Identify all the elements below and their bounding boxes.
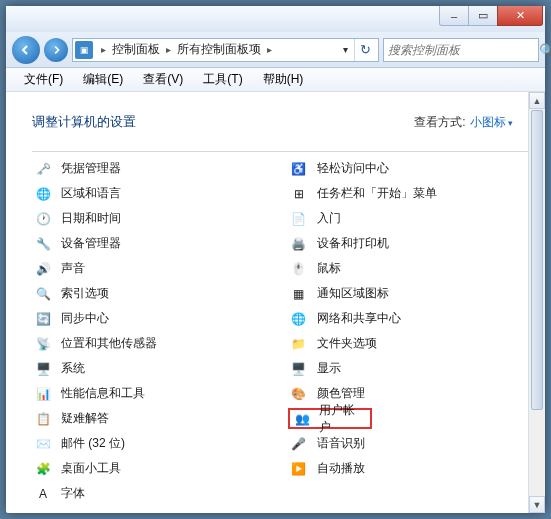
menu-tools[interactable]: 工具(T)	[195, 69, 250, 90]
item-speech-recognition[interactable]: 🎤语音识别	[288, 431, 538, 456]
breadcrumb-sep: ▸	[97, 44, 110, 55]
location-sensors-icon: 📡	[34, 335, 52, 353]
item-device-manager[interactable]: 🔧设备管理器	[32, 231, 282, 256]
item-performance-info[interactable]: 📊性能信息和工具	[32, 381, 282, 406]
item-indexing-options[interactable]: 🔍索引选项	[32, 281, 282, 306]
menu-help[interactable]: 帮助(H)	[255, 69, 312, 90]
search-box[interactable]: 🔍	[383, 38, 539, 62]
date-time-icon: 🕐	[34, 210, 52, 228]
item-label: 网络和共享中心	[317, 310, 401, 327]
item-troubleshooting[interactable]: 📋疑难解答	[32, 406, 282, 431]
forward-button[interactable]	[44, 38, 68, 62]
network-sharing-icon: 🌐	[290, 310, 308, 328]
control-panel-icon: ▣	[75, 41, 93, 59]
item-system[interactable]: 🖥️系统	[32, 356, 282, 381]
breadcrumb-sep: ▸	[162, 44, 175, 55]
address-bar[interactable]: ▣ ▸ 控制面板 ▸ 所有控制面板项 ▸ ▾ ↻	[72, 38, 379, 62]
view-label: 查看方式:	[414, 115, 465, 129]
search-icon[interactable]: 🔍	[539, 43, 551, 57]
item-label: 桌面小工具	[61, 460, 121, 477]
titlebar: – ▭ ✕	[6, 6, 545, 32]
item-label: 鼠标	[317, 260, 341, 277]
page-title: 调整计算机的设置	[32, 113, 136, 131]
close-button[interactable]: ✕	[497, 6, 543, 26]
main-panel: 调整计算机的设置 查看方式: 小图标▾ 🗝️凭据管理器🌐区域和语言🕐日期和时间🔧…	[6, 92, 545, 513]
folder-options-icon: 📁	[290, 335, 308, 353]
highlighted-item[interactable]: 👥用户帐户	[288, 408, 372, 429]
minimize-button[interactable]: –	[439, 6, 469, 26]
breadcrumb-1[interactable]: 控制面板	[110, 41, 162, 58]
content-area: 调整计算机的设置 查看方式: 小图标▾ 🗝️凭据管理器🌐区域和语言🕐日期和时间🔧…	[6, 92, 545, 513]
taskbar-start-icon: ⊞	[290, 185, 308, 203]
performance-info-icon: 📊	[34, 385, 52, 403]
mouse-icon: 🖱️	[290, 260, 308, 278]
scroll-thumb[interactable]	[531, 110, 543, 410]
scrollbar[interactable]: ▲ ▼	[528, 92, 545, 513]
item-label: 邮件 (32 位)	[61, 435, 125, 452]
troubleshooting-icon: 📋	[34, 410, 52, 428]
item-label: 自动播放	[317, 460, 365, 477]
maximize-button[interactable]: ▭	[468, 6, 498, 26]
chevron-down-icon[interactable]: ▾	[506, 118, 513, 128]
scroll-up[interactable]: ▲	[529, 92, 545, 109]
item-label: 日期和时间	[61, 210, 121, 227]
view-mode-link[interactable]: 小图标	[470, 115, 506, 129]
item-mail-32[interactable]: ✉️邮件 (32 位)	[32, 431, 282, 456]
address-dropdown[interactable]: ▾	[337, 44, 354, 55]
menu-view[interactable]: 查看(V)	[135, 69, 191, 90]
sound-icon: 🔊	[34, 260, 52, 278]
item-label: 语音识别	[317, 435, 365, 452]
items-grid: 🗝️凭据管理器🌐区域和语言🕐日期和时间🔧设备管理器🔊声音🔍索引选项🔄同步中心📡位…	[32, 151, 537, 511]
item-ease-of-access[interactable]: ♿轻松访问中心	[288, 156, 538, 181]
navigation-bar: ▣ ▸ 控制面板 ▸ 所有控制面板项 ▸ ▾ ↻ 🔍	[6, 32, 545, 68]
item-label: 通知区域图标	[317, 285, 389, 302]
item-sync-center[interactable]: 🔄同步中心	[32, 306, 282, 331]
credential-manager-icon: 🗝️	[34, 160, 52, 178]
item-label: 区域和语言	[61, 185, 121, 202]
left-column: 🗝️凭据管理器🌐区域和语言🕐日期和时间🔧设备管理器🔊声音🔍索引选项🔄同步中心📡位…	[32, 156, 282, 511]
item-getting-started[interactable]: 📄入门	[288, 206, 538, 231]
menu-file[interactable]: 文件(F)	[16, 69, 71, 90]
item-region-language[interactable]: 🌐区域和语言	[32, 181, 282, 206]
item-label: 显示	[317, 360, 341, 377]
item-devices-printers[interactable]: 🖨️设备和打印机	[288, 231, 538, 256]
item-label: 声音	[61, 260, 85, 277]
breadcrumb-sep: ▸	[263, 44, 276, 55]
refresh-button[interactable]: ↻	[354, 39, 376, 61]
indexing-options-icon: 🔍	[34, 285, 52, 303]
item-label: 系统	[61, 360, 85, 377]
menu-edit[interactable]: 编辑(E)	[75, 69, 131, 90]
item-label: 凭据管理器	[61, 160, 121, 177]
item-label: 任务栏和「开始」菜单	[317, 185, 437, 202]
header-row: 调整计算机的设置 查看方式: 小图标▾	[32, 112, 537, 131]
back-button[interactable]	[12, 36, 40, 64]
item-user-accounts[interactable]: 👥用户帐户	[288, 406, 538, 431]
item-location-sensors[interactable]: 📡位置和其他传感器	[32, 331, 282, 356]
device-manager-icon: 🔧	[34, 235, 52, 253]
item-taskbar-start[interactable]: ⊞任务栏和「开始」菜单	[288, 181, 538, 206]
scroll-down[interactable]: ▼	[529, 496, 545, 513]
notification-icons-icon: ▦	[290, 285, 308, 303]
item-label: 设备管理器	[61, 235, 121, 252]
item-notification-icons[interactable]: ▦通知区域图标	[288, 281, 538, 306]
item-sound[interactable]: 🔊声音	[32, 256, 282, 281]
devices-printers-icon: 🖨️	[290, 235, 308, 253]
sync-center-icon: 🔄	[34, 310, 52, 328]
item-autoplay[interactable]: ▶️自动播放	[288, 456, 538, 481]
search-input[interactable]	[388, 43, 539, 57]
display-icon: 🖥️	[290, 360, 308, 378]
item-desktop-gadgets[interactable]: 🧩桌面小工具	[32, 456, 282, 481]
region-language-icon: 🌐	[34, 185, 52, 203]
system-icon: 🖥️	[34, 360, 52, 378]
item-fonts[interactable]: A字体	[32, 481, 282, 506]
item-label: 轻松访问中心	[317, 160, 389, 177]
item-network-sharing[interactable]: 🌐网络和共享中心	[288, 306, 538, 331]
item-folder-options[interactable]: 📁文件夹选项	[288, 331, 538, 356]
item-credential-manager[interactable]: 🗝️凭据管理器	[32, 156, 282, 181]
item-date-time[interactable]: 🕐日期和时间	[32, 206, 282, 231]
item-mouse[interactable]: 🖱️鼠标	[288, 256, 538, 281]
item-label: 颜色管理	[317, 385, 365, 402]
item-display[interactable]: 🖥️显示	[288, 356, 538, 381]
fonts-icon: A	[34, 485, 52, 503]
breadcrumb-2[interactable]: 所有控制面板项	[175, 41, 263, 58]
